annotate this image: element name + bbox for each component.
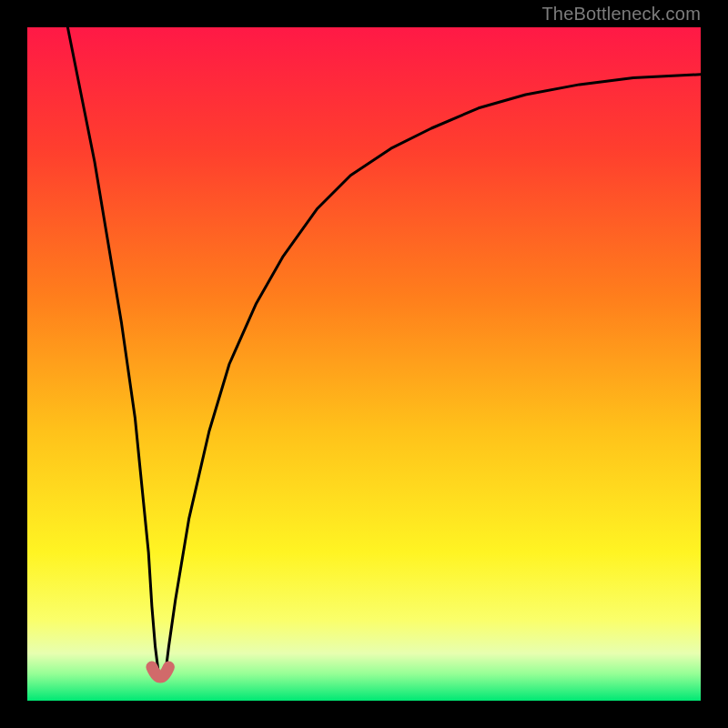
bottleneck-chart [27,27,701,701]
plot-area [27,27,701,701]
outer-frame: TheBottleneck.com [0,0,728,728]
watermark-label: TheBottleneck.com [541,4,701,25]
